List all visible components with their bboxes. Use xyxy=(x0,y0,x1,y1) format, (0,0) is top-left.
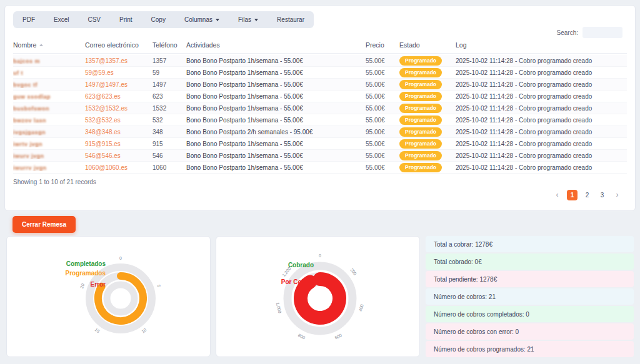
records-count: Showing 1 to 10 of 21 records xyxy=(13,179,96,185)
customer-name-cell: guw ssodlap xyxy=(13,93,85,100)
toolbar-button-csv[interactable]: CSV xyxy=(78,11,110,28)
status-cell: Programado xyxy=(399,151,456,160)
pagination-next-button[interactable]: › xyxy=(612,190,622,200)
pagination-page-3[interactable]: 3 xyxy=(597,190,608,200)
chart-card-cobrado: 02004006008001,0001,200CobradoPor Cobrar xyxy=(216,236,420,357)
axis-tick-label: 1,000 xyxy=(276,302,282,314)
table-row[interactable]: guw ssodlap623@623.es623Bono Bono Postpa… xyxy=(13,91,627,102)
table-row[interactable]: ivgsjgasgn348@348.es348Bono Bono Postpar… xyxy=(13,126,627,138)
email-link[interactable]: 546@546.es xyxy=(85,152,152,159)
search-wrap: Search: xyxy=(557,27,622,38)
column-header-correo[interactable]: Correo electrónico xyxy=(85,41,152,49)
status-badge: Programado xyxy=(399,163,442,172)
activity-cell: Bono Bono Postparto 1h/semana - 55.00€ xyxy=(186,164,366,171)
customer-name-cell: ivgsjgasgn xyxy=(13,129,85,135)
table-row[interactable]: iwurv jvgn546@546.es546Bono Bono Postpar… xyxy=(13,150,627,162)
customer-name-cell: iwrtv jvgn xyxy=(13,140,85,147)
log-cell: 2025-10-02 11:14:28 - Cobro programado c… xyxy=(456,117,627,124)
toolbar-button-restaurar[interactable]: Restaurar xyxy=(268,11,314,28)
phone-cell: 1497 xyxy=(152,81,186,88)
toolbar: PDFExcelCSVPrintCopyColumnasFilasRestaur… xyxy=(13,11,314,28)
axis-tick-label: 200 xyxy=(349,268,358,277)
price-cell: 95.00€ xyxy=(366,129,399,135)
table-row[interactable]: bajcos m1357@1357.es1357Bono Bono Postpa… xyxy=(13,55,627,67)
status-badge: Programado xyxy=(399,139,442,149)
status-cell: Programado xyxy=(399,56,456,66)
customer-name-cell: bwzov lasn xyxy=(13,117,85,124)
status-badge: Programado xyxy=(399,116,442,125)
phone-cell: 348 xyxy=(152,129,186,135)
search-label: Search: xyxy=(557,29,578,36)
status-cell: Programado xyxy=(399,139,456,149)
column-header-actividades[interactable]: Actividades xyxy=(186,41,366,49)
email-link[interactable]: 59@59.es xyxy=(85,69,152,76)
customer-name-redacted: iwrtv jvgn xyxy=(13,141,42,147)
status-cell: Programado xyxy=(399,92,456,101)
price-cell: 55.00€ xyxy=(366,117,399,124)
toolbar-button-columnas[interactable]: Columnas xyxy=(175,11,229,28)
status-badge: Programado xyxy=(399,151,442,160)
phone-cell: 1532 xyxy=(152,105,186,112)
customer-name-cell: iwurrv jvgn xyxy=(13,164,85,171)
table-row[interactable]: bwzov lasn532@532.es532Bono Bono Postpar… xyxy=(13,114,627,126)
axis-tick-label: 10 xyxy=(141,327,148,333)
toolbar-button-excel[interactable]: Excel xyxy=(44,11,78,28)
status-badge: Programado xyxy=(399,104,442,113)
table-row[interactable]: bvgoc tf1497@1497.es1497Bono Bono Postpa… xyxy=(13,79,627,91)
pagination-prev-button[interactable]: ‹ xyxy=(552,190,562,200)
email-link[interactable]: 1497@1497.es xyxy=(85,81,152,88)
customer-name-redacted: iwurv jvgn xyxy=(13,153,44,159)
chevron-down-icon xyxy=(216,19,219,21)
chart-card-estado: 05101520CompletadosProgramadosError xyxy=(6,236,211,357)
column-header-precio[interactable]: Precio xyxy=(366,41,399,49)
customer-name-redacted: bvgoc tf xyxy=(13,82,38,88)
phone-cell: 1060 xyxy=(152,164,186,171)
table-row[interactable]: busbofswon1532@1532.es1532Bono Bono Post… xyxy=(13,102,627,114)
toolbar-button-copy[interactable]: Copy xyxy=(142,11,175,28)
email-link[interactable]: 1357@1357.es xyxy=(85,57,152,64)
customer-name-redacted: bwzov lasn xyxy=(13,117,46,124)
column-header-telefono[interactable]: Teléfono xyxy=(152,41,186,49)
summary-item: Número de cobros con error: 0 xyxy=(426,323,634,340)
status-cell: Programado xyxy=(399,116,456,125)
phone-cell: 59 xyxy=(152,69,186,76)
pagination-page-2[interactable]: 2 xyxy=(582,190,592,200)
activity-cell: Bono Bono Postparto 1h/semana - 55.00€ xyxy=(186,152,366,159)
column-header-estado[interactable]: Estado xyxy=(399,41,456,49)
activity-cell: Bono Bono Postparto 1h/semana - 55.00€ xyxy=(186,117,366,124)
column-header-nombre[interactable]: Nombre xyxy=(13,41,85,49)
email-link[interactable]: 1532@1532.es xyxy=(85,105,152,112)
table-row[interactable]: uf t59@59.es59Bono Bono Postparto 1h/sem… xyxy=(13,67,627,79)
pagination-page-1[interactable]: 1 xyxy=(567,190,578,200)
table-row[interactable]: iwurrv jvgn1060@1060.es1060Bono Bono Pos… xyxy=(13,162,627,174)
toolbar-button-pdf[interactable]: PDF xyxy=(13,11,44,28)
customer-name-cell: bajcos m xyxy=(13,57,85,64)
email-link[interactable]: 623@623.es xyxy=(85,93,152,100)
series-label-cobrado: Cobrado xyxy=(288,262,314,268)
email-link[interactable]: 915@915.es xyxy=(85,140,152,147)
email-link[interactable]: 348@348.es xyxy=(85,129,152,135)
summary-item: Número de cobros: 21 xyxy=(426,288,634,305)
cerrar-remesa-button[interactable]: Cerrar Remesa xyxy=(12,216,76,233)
log-cell: 2025-10-02 11:14:28 - Cobro programado c… xyxy=(456,164,627,171)
toolbar-button-filas[interactable]: Filas xyxy=(229,11,268,28)
table-row[interactable]: iwrtv jvgn915@915.es915Bono Bono Postpar… xyxy=(13,138,627,150)
email-link[interactable]: 1060@1060.es xyxy=(85,164,152,171)
log-cell: 2025-10-02 11:14:28 - Cobro programado c… xyxy=(456,93,627,100)
customer-name-redacted: iwurrv jvgn xyxy=(13,165,47,171)
column-header-log[interactable]: Log xyxy=(456,41,627,49)
summary-item: Total cobrado: 0€ xyxy=(426,253,634,270)
email-link[interactable]: 532@532.es xyxy=(85,117,152,124)
search-input[interactable] xyxy=(582,27,622,38)
log-cell: 2025-10-02 11:14:28 - Cobro programado c… xyxy=(456,129,627,135)
phone-cell: 532 xyxy=(152,117,186,124)
price-cell: 55.00€ xyxy=(366,69,399,76)
price-cell: 55.00€ xyxy=(366,93,399,100)
status-cell: Programado xyxy=(399,80,456,89)
log-cell: 2025-10-02 11:14:28 - Cobro programado c… xyxy=(456,57,627,64)
table-header: NombreCorreo electrónicoTeléfonoActivida… xyxy=(13,41,627,54)
series-label-programados: Programados xyxy=(66,270,106,277)
activity-cell: Bono Bono Postparto 1h/semana - 55.00€ xyxy=(186,105,366,112)
log-cell: 2025-10-02 11:14:28 - Cobro programado c… xyxy=(456,81,627,88)
toolbar-button-print[interactable]: Print xyxy=(110,11,142,28)
